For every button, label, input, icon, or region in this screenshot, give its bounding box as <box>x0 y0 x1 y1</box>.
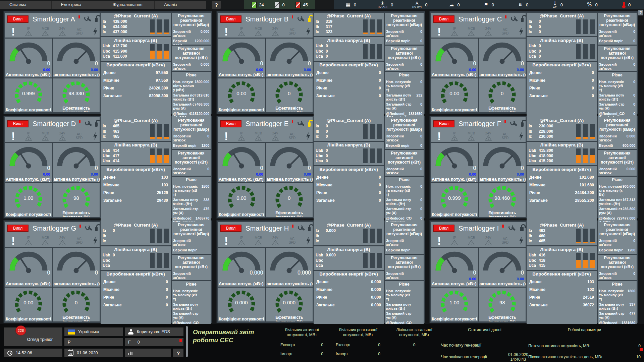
phase-current-title: @Phase_Current (A) <box>314 13 384 18</box>
exclamation-icon: ! <box>220 25 232 38</box>
energy-production-cell: Вироблення енергії (кВтч) Денне0 Місячне… <box>527 62 597 120</box>
f-field[interactable]: F 0 <box>125 338 183 346</box>
event-counter[interactable]: 45 <box>296 2 308 8</box>
help-button-bottom[interactable]: ? <box>173 349 183 357</box>
ac-spd-warning-icon: AC SPD <box>71 132 87 140</box>
menu-item[interactable]: Аналіз <box>155 1 206 9</box>
status-badge[interactable]: Викл <box>433 225 454 232</box>
menu-item[interactable]: Журналювання <box>103 1 155 9</box>
status-badge[interactable]: Викл <box>7 15 29 23</box>
wrench-icon[interactable] <box>508 225 513 232</box>
status-badge[interactable]: Викл <box>433 120 454 127</box>
power-factor-value: 0.00 <box>5 300 52 305</box>
inverter-efficiency-label: Ефективність інвертора (%) <box>479 211 526 217</box>
inverter-efficiency-value: 0 <box>479 90 526 96</box>
gauge-value: 0.000 <box>298 270 311 276</box>
sensor-value: 0 <box>628 2 631 7</box>
status-badge[interactable]: Викл <box>220 15 241 23</box>
inverter-efficiency-value: 0 <box>53 300 100 305</box>
gauge-subvalue: 0.00 <box>91 68 98 72</box>
line-voltage-bars <box>576 253 595 268</box>
energy-production-title: Вироблення енергії (кВтч) <box>527 62 597 67</box>
alarm-overview-button[interactable]: 228 Огляд тривог <box>4 327 62 346</box>
lock-icon[interactable] <box>521 18 524 22</box>
phase-current-cell: @Phase_Current (A) Ia0.000 Ib Ic <box>314 222 384 245</box>
phase-current-bars <box>150 124 169 139</box>
chart-button[interactable] <box>125 349 171 357</box>
corner-help-button[interactable]: ? <box>638 10 643 15</box>
misc-cell: Різне Ном. потужність масиву (кВт)0 Зага… <box>598 72 637 120</box>
gauge-dial <box>268 39 310 64</box>
gauge-subvalue: 0.00 <box>304 68 311 72</box>
gauge-value: 0 <box>47 61 50 67</box>
24v-warning-icon: 24V <box>268 236 283 245</box>
document-icon <box>252 2 257 8</box>
energy-production-cell: Вироблення енергії (кВтч) Денне97.550 Мі… <box>101 62 171 124</box>
energy-production-cell: Вироблення енергії (кВтч) Денне0 Місячне… <box>101 271 171 329</box>
menu-item[interactable]: Система <box>0 1 51 9</box>
lock-icon[interactable] <box>95 227 98 231</box>
status-badge[interactable]: Викл <box>7 225 29 232</box>
wrench-icon[interactable] <box>510 120 513 127</box>
gauge-label: Активна потуж. (кВт) <box>219 177 264 182</box>
phase-current-bars <box>576 229 595 244</box>
panel-title: Smartlogger D <box>33 120 76 128</box>
lock-icon[interactable] <box>520 227 524 231</box>
document-icon <box>296 2 301 8</box>
wrench-icon[interactable] <box>85 120 88 127</box>
gauge-label: Активна потуж. (кВт) <box>432 72 477 77</box>
alert-square-icon <box>179 339 182 342</box>
event-counter[interactable]: 24 <box>252 2 264 8</box>
gauge-dial <box>221 144 262 169</box>
wrench-icon[interactable] <box>298 225 301 232</box>
lock-icon[interactable] <box>95 122 98 127</box>
gauge-value: 0 <box>521 270 524 276</box>
active-power-regulation-cell: Регулювання активної потужності (кВт) Зв… <box>172 150 211 176</box>
status-badge[interactable]: Викл <box>220 120 241 127</box>
sensor-readout: ▦ 0 <box>334 2 368 7</box>
sensor-icon: ☀ UV GTI <box>412 1 422 9</box>
lock-icon[interactable] <box>95 18 98 22</box>
wrench-icon[interactable] <box>297 120 301 127</box>
menu-item[interactable]: Електрика <box>52 1 103 9</box>
status-badge[interactable]: Викл <box>7 120 29 127</box>
line-voltage-title: Лінійна напруга (B) <box>314 142 384 147</box>
lock-icon[interactable] <box>308 122 311 127</box>
event-counter[interactable]: 0 <box>275 2 284 8</box>
gauge-subvalue: 0.00 <box>469 172 476 176</box>
gauge-subvalue: 0.00 <box>469 68 476 72</box>
gauge-dial <box>481 39 523 64</box>
gauge-subvalue: 0.00 <box>43 172 50 176</box>
apparent-power-gauge: 0 0.00 активна потужність (кВА <box>479 143 526 182</box>
sensor-readout: ☀ UV GHI 0 <box>368 1 403 9</box>
reactive-power-regulation-cell: Регулювання реактивної потужності (кВар)… <box>598 117 637 149</box>
lock-icon[interactable] <box>308 227 311 231</box>
status-badge[interactable]: Викл <box>220 225 241 232</box>
status-badge[interactable]: Викл <box>433 15 454 23</box>
date-picker[interactable]: 28 01.06.2020 <box>64 349 123 357</box>
inverter-efficiency-gauge: 0 Ефективність інвертора (%) <box>479 78 526 112</box>
power-factor-label: Коефіцієнт потужності <box>431 108 478 112</box>
user-info[interactable]: Користувач: EDS <box>125 327 183 336</box>
wrench-icon[interactable] <box>511 15 514 23</box>
mcb-warning-icon: MCB <box>251 131 266 141</box>
sensor-caption: UV GTI <box>412 6 422 9</box>
help-button-top[interactable]: ? <box>212 1 221 9</box>
phase-current-bars <box>150 229 169 244</box>
wrench-icon[interactable] <box>85 225 88 232</box>
sensor-icon: ☁ <box>449 2 454 7</box>
alarm-dot-icon <box>504 120 506 123</box>
power-factor-gauge: 1.00 Коефіцієнт потужності <box>431 288 478 321</box>
lock-icon[interactable] <box>308 18 311 22</box>
lock-icon[interactable] <box>521 122 524 127</box>
scrollbar-thumb[interactable] <box>186 326 188 357</box>
operational-report: Оперативний звіт роботи СЕС Лічільник ак… <box>193 324 644 362</box>
line-voltage-cell: Лінійна напруга (B) Uab414 Ubc417 Uca414 <box>101 142 171 165</box>
wrench-icon[interactable] <box>297 15 301 23</box>
p-field[interactable]: P <box>64 338 123 346</box>
language-selector[interactable]: Українська <box>64 327 123 336</box>
power-factor-value: 0.000 <box>218 300 265 305</box>
inverter-efficiency-value: 98 <box>53 195 100 201</box>
wrench-icon[interactable] <box>84 15 87 23</box>
gauge-value: 0 <box>473 61 476 67</box>
